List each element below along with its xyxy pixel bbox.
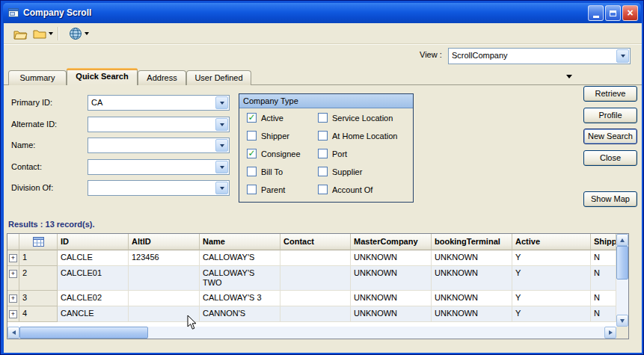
primary-id-value: CA <box>91 98 102 107</box>
plus-icon[interactable]: + <box>9 254 17 262</box>
chevron-down-icon[interactable] <box>215 182 228 194</box>
checkbox-shipper[interactable]: Shipper <box>247 131 289 141</box>
checkbox-active[interactable]: ✓Active <box>247 113 283 123</box>
close-window-button[interactable]: Close <box>583 150 637 166</box>
cell-active: Y <box>512 306 591 322</box>
chevron-down-icon[interactable] <box>215 139 228 152</box>
row-expander[interactable]: + <box>7 291 19 306</box>
chevron-down-icon[interactable] <box>215 161 228 173</box>
scroll-down-button[interactable] <box>616 315 628 327</box>
header-expander-column <box>7 234 19 250</box>
company-type-group: Company Type ✓Active Shipper ✓Consignee … <box>239 93 414 203</box>
column-header-bookingterminal[interactable]: bookingTerminal <box>432 234 512 250</box>
vertical-scrollbar[interactable] <box>616 234 628 327</box>
maximize-button[interactable] <box>605 5 621 21</box>
cell-altid <box>129 266 200 291</box>
contact-combobox[interactable] <box>88 159 230 175</box>
horizontal-scrollbar[interactable] <box>7 327 616 339</box>
cell-bookingterminal: UNKNOWN <box>432 266 512 291</box>
table-row[interactable]: + 3 CALCLE02 CALLOWAY'S 3 UNKNOWN UNKNOW… <box>7 291 616 306</box>
cell-mastercompany: UNKNOWN <box>351 250 432 266</box>
column-header-altid[interactable]: AltID <box>129 234 200 250</box>
close-icon: × <box>627 6 633 20</box>
titlebar[interactable]: Company Scroll × <box>3 3 641 23</box>
chevron-down-icon[interactable] <box>616 49 629 63</box>
toolbar <box>4 23 642 44</box>
folder-split-button[interactable] <box>31 25 55 42</box>
chevron-down-icon[interactable] <box>215 96 228 109</box>
tab-user-defined[interactable]: User Defined <box>186 70 251 85</box>
maximize-icon <box>610 10 616 16</box>
contact-label: Contact: <box>11 162 42 171</box>
scroll-right-button[interactable] <box>604 327 616 339</box>
arrow-down-icon <box>620 319 625 323</box>
profile-button[interactable]: Profile <box>583 108 637 123</box>
division-of-combobox[interactable] <box>88 180 230 196</box>
checkbox-bill-to[interactable]: Bill To <box>247 167 283 176</box>
scroll-left-button[interactable] <box>7 327 19 339</box>
cell-shipper: N <box>591 291 616 306</box>
cell-shipper: N <box>591 306 616 322</box>
show-map-button[interactable]: Show Map <box>583 191 637 207</box>
retrieve-button[interactable]: Retrieve <box>583 86 637 102</box>
cell-name: CANNON'S <box>200 306 280 322</box>
column-header-shipper[interactable]: Shipp <box>591 234 616 250</box>
checkbox-port[interactable]: Port <box>318 149 347 158</box>
checkbox-supplier[interactable]: Supplier <box>318 167 362 176</box>
open-button[interactable] <box>11 25 30 42</box>
web-split-button[interactable] <box>67 25 91 42</box>
cell-contact <box>280 250 351 266</box>
header-select-all[interactable] <box>19 234 58 250</box>
chevron-down-icon[interactable] <box>215 118 228 131</box>
cell-name: CALLOWAY'S <box>200 250 280 266</box>
table-row[interactable]: + 2 CALCLE01 CALLOWAY'S TWO UNKNOWN UNKN… <box>7 266 616 291</box>
column-header-contact[interactable]: Contact <box>280 234 351 250</box>
window-title: Company Scroll <box>23 3 91 23</box>
plus-icon[interactable]: + <box>9 270 17 278</box>
dropdown-arrow-icon <box>49 32 53 35</box>
row-expander[interactable]: + <box>7 266 19 291</box>
table-row[interactable]: + 4 CANCLE CANNON'S UNKNOWN UNKNOWN Y N <box>7 306 616 322</box>
horizontal-scrollbar-thumb[interactable] <box>19 327 148 339</box>
name-combobox[interactable] <box>88 138 230 153</box>
cell-bookingterminal: UNKNOWN <box>432 306 512 322</box>
vertical-scrollbar-thumb[interactable] <box>616 246 628 280</box>
checkbox-parent[interactable]: Parent <box>247 185 285 194</box>
window-body: View : ScrollCompany Summary Quick Searc… <box>4 23 642 353</box>
alternate-id-combobox[interactable] <box>88 117 230 132</box>
tab-address[interactable]: Address <box>138 70 186 85</box>
checkbox-account-of[interactable]: Account Of <box>318 185 372 194</box>
app-icon <box>7 7 19 19</box>
plus-icon[interactable]: + <box>9 310 17 318</box>
column-header-mastercompany[interactable]: MasterCompany <box>351 234 432 250</box>
alternate-id-label: Alternate ID: <box>11 120 57 129</box>
minimize-button[interactable] <box>588 5 604 21</box>
column-header-name[interactable]: Name <box>200 234 280 250</box>
scroll-up-button[interactable] <box>616 234 628 246</box>
checkbox-consignee[interactable]: ✓Consignee <box>247 149 301 158</box>
row-expander[interactable]: + <box>7 250 19 266</box>
company-type-header: Company Type <box>239 94 413 108</box>
tabs-overflow-dropdown-icon[interactable] <box>566 75 572 78</box>
open-folder-icon <box>13 28 28 40</box>
column-header-active[interactable]: Active <box>512 234 591 250</box>
cell-contact <box>280 266 351 291</box>
column-header-id[interactable]: ID <box>58 234 129 250</box>
close-button[interactable]: × <box>622 5 638 21</box>
tab-summary[interactable]: Summary <box>8 70 67 85</box>
row-number: 1 <box>19 250 58 266</box>
plus-icon[interactable]: + <box>9 294 17 303</box>
view-combobox[interactable]: ScrollCompany <box>448 48 631 64</box>
primary-id-combobox[interactable]: CA <box>88 95 230 111</box>
row-expander[interactable]: + <box>7 306 19 322</box>
table-row[interactable]: + 1 CALCLE 123456 CALLOWAY'S UNKNOWN UNK… <box>7 250 616 266</box>
cell-shipper: N <box>591 250 616 266</box>
new-search-button[interactable]: New Search <box>583 129 637 144</box>
view-combobox-value: ScrollCompany <box>452 51 508 60</box>
checkbox-at-home-location[interactable]: At Home Location <box>318 131 397 141</box>
tab-quick-search[interactable]: Quick Search <box>67 68 138 85</box>
minimize-icon <box>593 16 599 18</box>
checkbox-service-location[interactable]: Service Location <box>318 113 393 123</box>
globe-icon <box>69 27 82 40</box>
scrollbar-corner <box>616 327 628 339</box>
